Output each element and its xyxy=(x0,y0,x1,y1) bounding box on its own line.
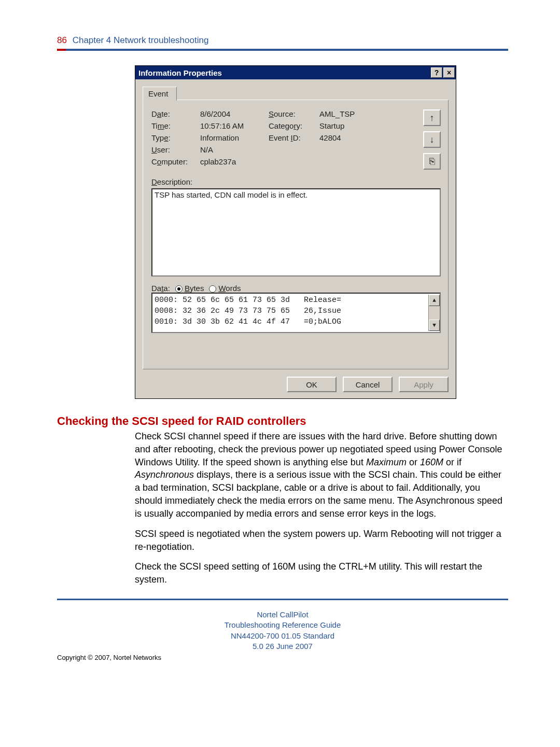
user-value: N/A xyxy=(200,145,268,154)
footer-rule xyxy=(57,599,508,600)
source-label: Source: xyxy=(269,109,318,118)
radio-words[interactable]: Words xyxy=(209,284,241,293)
footer-line-4: 5.0 26 June 2007 xyxy=(57,641,508,652)
cancel-button[interactable]: Cancel xyxy=(343,377,393,392)
page-number: 86 xyxy=(57,35,67,45)
data-format-row: Data: Bytes Words xyxy=(151,284,441,293)
paragraph-2: SCSI speed is negotiated when the system… xyxy=(135,528,508,554)
titlebar: Information Properties ? × xyxy=(135,66,456,79)
prev-event-button[interactable]: ↑ xyxy=(423,109,441,126)
computer-value: cplab237a xyxy=(200,157,268,166)
close-button[interactable]: × xyxy=(443,67,455,78)
footer-line-3: NN44200-700 01.05 Standard xyxy=(57,631,508,641)
date-value: 8/6/2004 xyxy=(200,109,268,118)
next-event-button[interactable]: ↓ xyxy=(423,131,441,148)
computer-label: Computer: xyxy=(151,157,199,166)
user-label: User: xyxy=(151,145,199,154)
body-text: Check SCSI channel speed if there are is… xyxy=(135,430,508,586)
tab-event[interactable]: Event xyxy=(143,87,177,101)
ok-button[interactable]: OK xyxy=(287,377,337,392)
category-value: Startup xyxy=(319,121,441,130)
radio-bytes[interactable]: Bytes xyxy=(175,284,204,293)
data-label: Data: xyxy=(151,284,170,293)
eventid-value: 42804 xyxy=(319,133,441,142)
copy-button[interactable]: ⎘ xyxy=(423,153,441,170)
section-heading: Checking the SCSI speed for RAID control… xyxy=(57,414,508,428)
description-box[interactable]: TSP has started, CDN call model is in ef… xyxy=(151,188,441,276)
paragraph-1: Check SCSI channel speed if there are is… xyxy=(135,430,508,520)
copyright: Copyright © 2007, Nortel Networks xyxy=(57,654,508,661)
footer: Nortel CallPilot Troubleshooting Referen… xyxy=(57,610,508,652)
tab-panel: ↑ ↓ ⎘ Date: 8/6/2004 Source: AML_TSP Tim… xyxy=(143,100,449,369)
information-properties-dialog: Information Properties ? × Event ↑ ↓ ⎘ D… xyxy=(135,65,456,399)
date-label: Date: xyxy=(151,109,199,118)
header-rule xyxy=(57,49,508,51)
scroll-down-icon[interactable]: ▼ xyxy=(429,320,440,331)
time-value: 10:57:16 AM xyxy=(200,121,268,130)
type-value: Information xyxy=(200,133,268,142)
apply-button[interactable]: Apply xyxy=(399,377,449,392)
help-button[interactable]: ? xyxy=(431,67,442,78)
category-label: Category: xyxy=(269,121,318,130)
event-fields: Date: 8/6/2004 Source: AML_TSP Time: 10:… xyxy=(151,109,441,166)
page-header: 86 Chapter 4 Network troubleshooting xyxy=(57,35,508,46)
data-hex-box[interactable]: 0000: 52 65 6c 65 61 73 65 3d Release= 0… xyxy=(151,293,441,333)
scroll-up-icon[interactable]: ▲ xyxy=(429,295,440,306)
type-label: Type: xyxy=(151,133,199,142)
time-label: Time: xyxy=(151,121,199,130)
footer-line-2: Troubleshooting Reference Guide xyxy=(57,620,508,630)
dialog-buttons: OK Cancel Apply xyxy=(143,369,449,392)
chapter-title: Chapter 4 Network troubleshooting xyxy=(73,35,209,45)
hex-content: 0000: 52 65 6c 65 61 73 65 3d Release= 0… xyxy=(155,295,428,331)
paragraph-3: Check the SCSI speed setting of 160M usi… xyxy=(135,560,508,586)
screenshot-container: Information Properties ? × Event ↑ ↓ ⎘ D… xyxy=(135,65,457,399)
eventid-label: Event ID: xyxy=(269,133,318,142)
data-scrollbar[interactable]: ▲ ▼ xyxy=(428,295,440,331)
source-value: AML_TSP xyxy=(319,109,441,118)
footer-line-1: Nortel CallPilot xyxy=(57,610,508,620)
description-label: Description: xyxy=(151,177,441,186)
titlebar-text: Information Properties xyxy=(138,68,430,77)
